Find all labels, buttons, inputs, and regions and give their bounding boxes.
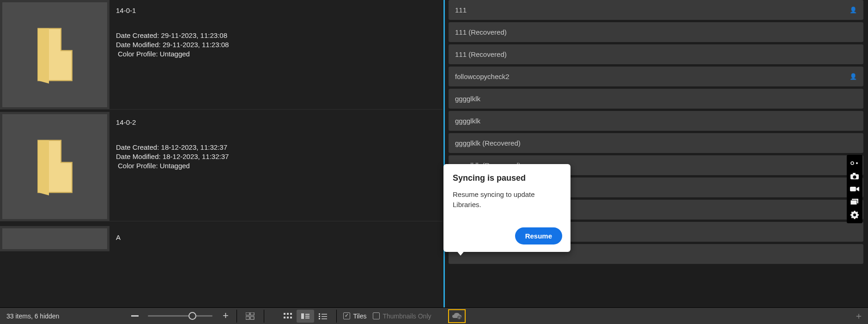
- svg-rect-9: [290, 317, 292, 318]
- camera-tool-button[interactable]: [848, 171, 862, 182]
- popup-message: Resume syncing to update Libraries.: [453, 190, 561, 210]
- file-metadata: 14-0-2 Date Created: 18-12-2023, 11:32:3…: [109, 112, 443, 221]
- view-details-button[interactable]: [297, 310, 314, 323]
- library-name: gggglklk: [455, 95, 480, 103]
- svg-point-22: [851, 162, 854, 165]
- link-tool-button[interactable]: ⋯: [848, 158, 862, 169]
- details-icon: [301, 313, 310, 319]
- svg-rect-29: [852, 199, 858, 203]
- svg-rect-13: [305, 318, 310, 318]
- svg-line-39: [852, 217, 853, 218]
- library-name: gggglklk: [455, 117, 480, 125]
- library-name: 111 (Recovered): [455, 50, 507, 58]
- svg-rect-11: [305, 314, 310, 315]
- file-name: A: [116, 233, 443, 241]
- libraries-bottom-bar: i ＋: [443, 307, 868, 324]
- library-name: 111 (Recovered): [455, 28, 507, 36]
- thumbnails-only-row[interactable]: Thumbnails Only: [373, 312, 431, 320]
- svg-rect-6: [290, 313, 292, 315]
- svg-rect-19: [322, 318, 327, 319]
- thumbnail-cell: [0, 112, 109, 221]
- svg-rect-16: [319, 316, 320, 317]
- file-metadata: 14-0-1 Date Created: 29-11-2023, 11:23:0…: [109, 0, 443, 109]
- resume-button[interactable]: Resume: [515, 227, 562, 245]
- svg-line-38: [857, 217, 858, 218]
- shared-icon: 👤: [850, 6, 857, 13]
- tiles-checkbox-row[interactable]: Tiles: [343, 312, 366, 320]
- date-created: Date Created: 29-11-2023, 11:23:08: [116, 31, 443, 40]
- library-name: 111: [455, 6, 467, 14]
- zoom-in-button[interactable]: [219, 310, 232, 323]
- view-list-button[interactable]: [314, 310, 332, 323]
- popup-arrow: [456, 250, 465, 256]
- svg-rect-8: [287, 317, 289, 318]
- library-item[interactable]: gggglklk (Recovered): [449, 133, 863, 153]
- zoom-controls: [128, 310, 232, 323]
- svg-rect-28: [850, 187, 856, 191]
- svg-rect-14: [319, 313, 320, 315]
- thumbnails-only-checkbox[interactable]: [373, 312, 380, 319]
- file-item[interactable]: 14-0-2 Date Created: 18-12-2023, 11:32:3…: [0, 112, 443, 221]
- svg-rect-17: [322, 316, 327, 317]
- library-name: followcopycheck2: [455, 73, 510, 80]
- zoom-slider[interactable]: [148, 315, 212, 317]
- camera-icon: [850, 172, 859, 180]
- svg-point-23: [856, 162, 858, 164]
- folder-thumbnail: [2, 228, 107, 249]
- list-icon: [319, 313, 327, 319]
- svg-rect-10: [301, 313, 304, 319]
- svg-rect-4: [284, 313, 285, 315]
- add-library-button[interactable]: ＋: [854, 310, 863, 322]
- file-item[interactable]: 14-0-1 Date Created: 29-11-2023, 11:23:0…: [0, 0, 443, 110]
- view-grid-button[interactable]: [279, 310, 297, 323]
- gear-icon: [850, 211, 859, 219]
- svg-rect-0: [246, 312, 249, 315]
- sync-status-button[interactable]: i: [448, 309, 466, 323]
- folder-icon: [34, 136, 76, 196]
- svg-line-40: [857, 212, 858, 213]
- library-name: gggglklk (Recovered): [455, 139, 521, 147]
- sort-grid-icon: [246, 312, 255, 320]
- svg-rect-15: [322, 314, 327, 315]
- view-mode-group: [279, 310, 332, 323]
- library-item[interactable]: 111 (Recovered): [449, 22, 863, 42]
- zoom-slider-thumb[interactable]: [188, 312, 196, 320]
- library-item[interactable]: gggglklk: [449, 111, 863, 131]
- content-area: 14-0-1 Date Created: 29-11-2023, 11:23:0…: [0, 0, 443, 254]
- svg-point-31: [851, 212, 858, 219]
- popup-title: Syncing is paused: [453, 173, 561, 183]
- svg-rect-18: [319, 318, 320, 319]
- svg-rect-7: [284, 317, 285, 318]
- thumbnail-cell: [0, 226, 109, 251]
- video-icon: [850, 186, 859, 192]
- grid-icon: [284, 313, 292, 319]
- zoom-out-button[interactable]: [128, 310, 141, 323]
- shared-icon: 👤: [850, 73, 857, 80]
- folder-thumbnail: [2, 114, 107, 219]
- svg-rect-30: [850, 200, 857, 205]
- floating-toolbar: ⋯: [847, 155, 862, 223]
- video-tool-button[interactable]: [848, 183, 862, 195]
- thumbnails-only-label: Thumbnails Only: [382, 312, 431, 320]
- date-modified: Date Modified: 18-12-2023, 11:32:37: [116, 152, 443, 161]
- windows-icon: [850, 199, 859, 205]
- library-item[interactable]: followcopycheck2 👤: [449, 67, 863, 86]
- file-item[interactable]: A: [0, 226, 443, 251]
- svg-point-27: [853, 176, 856, 179]
- window-tool-button[interactable]: [848, 196, 862, 208]
- settings-tool-button[interactable]: [848, 209, 862, 220]
- item-count: 33 items, 6 hidden: [6, 312, 59, 320]
- file-metadata: A: [109, 226, 443, 251]
- library-item[interactable]: 111 👤: [449, 0, 863, 20]
- library-item[interactable]: 111 (Recovered): [449, 44, 863, 64]
- svg-rect-1: [250, 312, 254, 315]
- cloud-alert-icon: i: [452, 312, 462, 320]
- tiles-checkbox[interactable]: [343, 312, 350, 319]
- svg-rect-3: [250, 317, 254, 319]
- library-item[interactable]: gggglklk: [449, 89, 863, 109]
- color-profile: Color Profile: Untagged: [116, 49, 443, 59]
- tiles-label: Tiles: [353, 312, 366, 320]
- svg-rect-12: [305, 316, 310, 317]
- view-sort-button[interactable]: [242, 310, 259, 323]
- svg-rect-25: [850, 174, 859, 179]
